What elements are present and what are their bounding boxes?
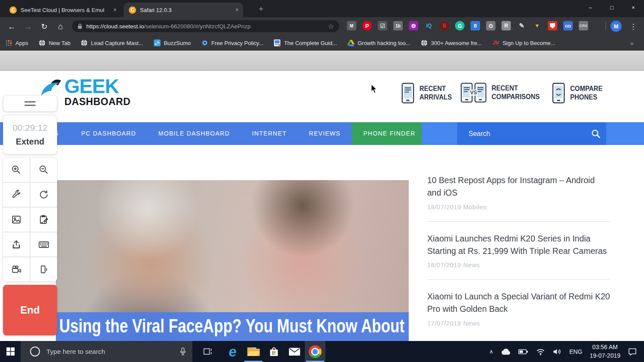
article-category[interactable]: Mobiles bbox=[463, 203, 487, 211]
extension-funnel-icon[interactable]: ▼ bbox=[532, 21, 542, 30]
task-view-button[interactable] bbox=[197, 341, 218, 362]
article-item[interactable]: 10 Best Repost Apps for Instagram – Andr… bbox=[427, 174, 610, 211]
battery-icon[interactable] bbox=[518, 348, 529, 355]
cortana-icon[interactable] bbox=[30, 347, 40, 356]
extension-gd-icon[interactable]: GD bbox=[563, 21, 573, 30]
bookmark-apps[interactable]: Apps bbox=[5, 39, 28, 47]
extension-grammarly-icon[interactable]: G bbox=[455, 21, 465, 30]
extension-pen-icon[interactable]: ✎ bbox=[517, 21, 526, 30]
article-category[interactable]: News bbox=[463, 320, 480, 327]
report-note-button[interactable] bbox=[30, 208, 57, 232]
article-item[interactable]: Xiaomi Launches Redmi K20 Series in Indi… bbox=[427, 232, 610, 269]
article-title[interactable]: Xiaomi to Launch a Special Variant of Re… bbox=[427, 290, 610, 315]
nav-internet[interactable]: INTERNET bbox=[241, 122, 298, 145]
speaker-icon[interactable] bbox=[553, 348, 562, 356]
recent-comparisons-link[interactable]: VS RECENT COMPARISONS bbox=[461, 83, 546, 103]
minimize-button[interactable]: – bbox=[580, 0, 601, 15]
seetest-control-panel: 00:29:12 Extend bbox=[3, 95, 57, 335]
extension-checklist-icon[interactable]: ☑ bbox=[378, 21, 387, 30]
zoom-in-button[interactable] bbox=[3, 158, 30, 182]
bookmark-new-tab[interactable]: New Tab bbox=[39, 39, 70, 47]
wifi-icon[interactable] bbox=[536, 348, 545, 356]
mail-taskbar-icon[interactable] bbox=[284, 341, 305, 362]
new-tab-button[interactable]: + bbox=[256, 4, 266, 14]
article-title[interactable]: 10 Best Repost Apps for Instagram – Andr… bbox=[427, 174, 610, 199]
tab-close-icon[interactable]: × bbox=[113, 6, 117, 13]
end-session-button[interactable]: End bbox=[3, 285, 57, 335]
extension-1b-icon[interactable]: 1b bbox=[393, 21, 403, 30]
geekdashboard-page: GEEK DASHBOARD RECENT ARRIVALS VS bbox=[0, 71, 644, 341]
forward-icon[interactable]: → bbox=[22, 21, 33, 32]
extension-iq-icon[interactable]: IQ bbox=[424, 21, 434, 30]
screenshot-button[interactable] bbox=[3, 208, 30, 232]
search-icon[interactable] bbox=[591, 129, 601, 139]
refresh-button[interactable] bbox=[30, 183, 57, 207]
profile-avatar[interactable]: M bbox=[611, 21, 622, 32]
extension-r-icon[interactable]: R bbox=[501, 21, 511, 30]
article-title[interactable]: Xiaomi Launches Redmi K20 Series in Indi… bbox=[427, 232, 610, 257]
nav-reviews[interactable]: REVIEWS bbox=[298, 122, 352, 145]
record-video-button[interactable] bbox=[3, 257, 30, 281]
close-button[interactable]: × bbox=[623, 0, 644, 15]
settings-button[interactable] bbox=[3, 183, 30, 207]
reload-icon[interactable]: ↻ bbox=[39, 21, 50, 32]
extension-crx-icon[interactable]: CRX bbox=[579, 21, 588, 30]
start-button[interactable] bbox=[0, 341, 21, 362]
microphone-icon[interactable] bbox=[179, 347, 187, 356]
extend-button[interactable]: Extend bbox=[16, 137, 45, 147]
globe-icon bbox=[421, 39, 428, 47]
edge-taskbar-icon[interactable]: e bbox=[222, 341, 243, 362]
task-view-icon bbox=[203, 347, 213, 356]
chrome-menu-icon[interactable]: ⋮ bbox=[628, 21, 639, 32]
bookmark-complete-guide[interactable]: The Complete Guid... bbox=[273, 39, 337, 47]
bookmark-lead-capture[interactable]: Lead Capture Mast... bbox=[81, 39, 143, 47]
keyboard-button[interactable] bbox=[30, 232, 57, 256]
onedrive-cloud-icon[interactable] bbox=[501, 348, 511, 355]
maximize-button[interactable]: □ bbox=[601, 0, 623, 15]
hamburger-icon bbox=[24, 105, 36, 106]
bookmark-sign-up[interactable]: JV Sign Up to Become... bbox=[492, 39, 555, 47]
nav-phone-finder[interactable]: PHONE FINDER bbox=[352, 122, 427, 145]
tray-chevron-icon[interactable]: ∧ bbox=[489, 348, 494, 355]
panel-menu-button[interactable] bbox=[3, 95, 57, 112]
extension-shield-icon[interactable] bbox=[548, 21, 557, 30]
extension-s-icon[interactable]: S bbox=[440, 21, 449, 30]
compare-phones-link[interactable]: COMPARE PHONES bbox=[552, 83, 607, 103]
taskbar-clock[interactable]: 03:56 AM 19-07-2019 bbox=[589, 343, 620, 360]
device-audio-button[interactable] bbox=[30, 257, 57, 281]
extension-m-icon[interactable]: M bbox=[347, 21, 356, 30]
taskbar-search[interactable] bbox=[21, 341, 192, 362]
action-center-icon[interactable] bbox=[628, 347, 637, 356]
home-icon[interactable]: ⌂ bbox=[55, 21, 66, 32]
bookmark-star-icon[interactable]: ☆ bbox=[328, 22, 334, 30]
store-taskbar-icon[interactable] bbox=[264, 341, 284, 362]
back-icon[interactable]: ← bbox=[6, 21, 17, 32]
extension-lightbulb-icon[interactable]: ʘ bbox=[486, 21, 495, 30]
article-category[interactable]: News bbox=[463, 261, 480, 268]
article-item[interactable]: Xiaomi to Launch a Special Variant of Re… bbox=[427, 290, 610, 327]
tab-close-icon[interactable]: × bbox=[235, 6, 239, 13]
file-explorer-taskbar-icon[interactable] bbox=[243, 341, 264, 362]
recent-arrivals-link[interactable]: RECENT ARRIVALS bbox=[401, 83, 456, 103]
hero-article[interactable]: Using the Viral FaceApp? You Must Know A… bbox=[56, 180, 409, 341]
bookmark-buzzsumo[interactable]: BuzzSumo bbox=[153, 39, 191, 47]
chrome-taskbar-icon[interactable] bbox=[305, 341, 325, 362]
upload-button[interactable] bbox=[3, 232, 30, 256]
bookmark-privacy-policy[interactable]: Free Privacy Policy... bbox=[201, 39, 263, 47]
extension-gear-icon[interactable]: ⚙ bbox=[409, 21, 418, 30]
nav-pc-dashboard[interactable]: PC DASHBOARD bbox=[70, 122, 147, 145]
tab-title: SeeTest Cloud | Browsers & Emul bbox=[21, 7, 110, 13]
address-bar[interactable]: https://cloud.seetest.io /selenium-66200… bbox=[72, 20, 339, 32]
bookmark-300-awesome[interactable]: 300+ Awesome fre... bbox=[421, 39, 482, 47]
extension-tag-icon[interactable]: B bbox=[471, 21, 480, 30]
tab-safari[interactable]: C Safari 12.0.3 × bbox=[124, 3, 243, 17]
bookmark-growth-hacking[interactable]: Growth hacking too... bbox=[347, 39, 410, 47]
tab-seetest-cloud[interactable]: C SeeTest Cloud | Browsers & Emul × bbox=[4, 3, 121, 17]
nav-mobile-dashboard[interactable]: MOBILE DASHBOARD bbox=[147, 122, 241, 145]
bookmarks-overflow-icon[interactable]: » bbox=[630, 39, 634, 47]
site-search-input[interactable] bbox=[457, 122, 606, 145]
zoom-out-button[interactable] bbox=[30, 158, 57, 182]
taskbar-search-input[interactable] bbox=[46, 347, 163, 356]
extension-pinterest-icon[interactable]: P bbox=[362, 21, 372, 30]
language-indicator[interactable]: ENG bbox=[569, 348, 582, 355]
